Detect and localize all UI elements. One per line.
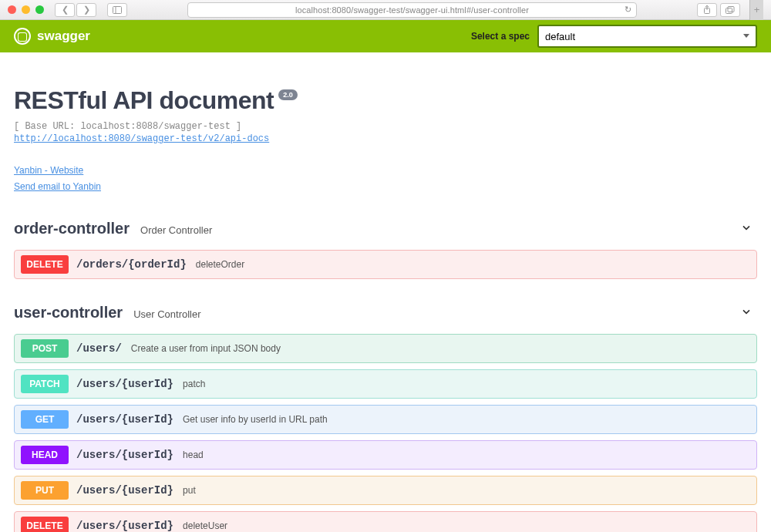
contact-email-link[interactable]: Send email to Yanbin (14, 180, 101, 194)
tag-name: order-controller (14, 220, 130, 237)
chevron-down-icon (740, 221, 752, 236)
op-post-users[interactable]: POST /users/ Create a user from input JS… (14, 334, 757, 363)
sidebar-toggle-icon[interactable] (107, 3, 127, 17)
method-badge: PUT (21, 481, 69, 500)
method-badge: DELETE (21, 517, 69, 532)
spec-select[interactable]: default (537, 25, 757, 48)
op-delete-users[interactable]: DELETE /users/{userId} deleteUser (14, 511, 757, 532)
method-badge: PATCH (21, 375, 69, 393)
swagger-logo-icon (14, 28, 31, 45)
api-docs-link[interactable]: http://localhost:8080/swagger-test/v2/ap… (14, 133, 269, 144)
op-summary: head (183, 450, 204, 460)
swagger-topbar: swagger Select a spec default (0, 20, 771, 52)
close-window-icon[interactable] (8, 5, 16, 14)
zoom-window-icon[interactable] (35, 5, 44, 14)
svg-rect-4 (726, 8, 732, 13)
op-path: /users/ (76, 342, 122, 355)
op-path: /orders/{orderId} (76, 258, 187, 271)
share-icon[interactable] (697, 3, 717, 17)
op-summary: patch (183, 379, 205, 389)
forward-button[interactable]: ❯ (76, 3, 96, 17)
op-path: /users/{userId} (76, 520, 173, 532)
op-path: /users/{userId} (76, 484, 173, 497)
new-tab-button[interactable]: + (749, 0, 763, 20)
chevron-down-icon (740, 305, 752, 320)
back-button[interactable]: ❮ (55, 3, 75, 17)
op-path: /users/{userId} (76, 378, 173, 390)
tag-user-controller[interactable]: user-controller User Controller (14, 298, 757, 328)
page-title: RESTful API document (14, 86, 274, 115)
url-bar[interactable]: localhost:8080/swagger-test/swagger-ui.h… (187, 2, 637, 18)
tag-name: user-controller (14, 304, 123, 322)
tag-order-controller[interactable]: order-controller Order Controller (14, 214, 757, 244)
op-delete-orders[interactable]: DELETE /orders/{orderId} deleteOrder (14, 250, 757, 279)
op-summary: Get user info by userId in URL path (183, 414, 328, 425)
op-summary: put (183, 485, 196, 496)
method-badge: HEAD (21, 446, 69, 464)
op-summary: deleteUser (183, 520, 227, 531)
svg-rect-0 (113, 6, 122, 13)
svg-rect-5 (728, 6, 734, 12)
minimize-window-icon[interactable] (22, 5, 30, 14)
swagger-brand-text: swagger (37, 29, 90, 44)
url-text: localhost:8080/swagger-test/swagger-ui.h… (295, 5, 529, 15)
op-get-users[interactable]: GET /users/{userId} Get user info by use… (14, 405, 757, 434)
method-badge: GET (21, 410, 69, 429)
tabs-icon[interactable] (720, 3, 740, 17)
main-content: RESTful API document 2.0 [ Base URL: loc… (0, 52, 771, 532)
swagger-logo[interactable]: swagger (14, 28, 90, 45)
method-badge: POST (21, 339, 69, 358)
op-head-users[interactable]: HEAD /users/{userId} head (14, 440, 757, 470)
version-badge: 2.0 (278, 89, 298, 100)
refresh-icon[interactable]: ↻ (625, 5, 631, 15)
op-path: /users/{userId} (76, 413, 173, 426)
op-put-users[interactable]: PUT /users/{userId} put (14, 476, 757, 505)
base-url: [ Base URL: localhost:8088/swagger-test … (14, 121, 757, 132)
tag-desc: Order Controller (140, 224, 212, 236)
window-controls (8, 5, 44, 14)
tag-desc: User Controller (133, 308, 200, 320)
browser-chrome: ❮ ❯ localhost:8080/swagger-test/swagger-… (0, 0, 771, 20)
op-summary: deleteOrder (196, 259, 244, 270)
method-badge: DELETE (21, 255, 69, 274)
op-path: /users/{userId} (76, 449, 173, 461)
op-summary: Create a user from input JSON body (131, 343, 281, 354)
op-patch-users[interactable]: PATCH /users/{userId} patch (14, 369, 757, 399)
contact-website-link[interactable]: Yanbin - Website (14, 163, 83, 178)
spec-select-label: Select a spec (471, 31, 530, 42)
